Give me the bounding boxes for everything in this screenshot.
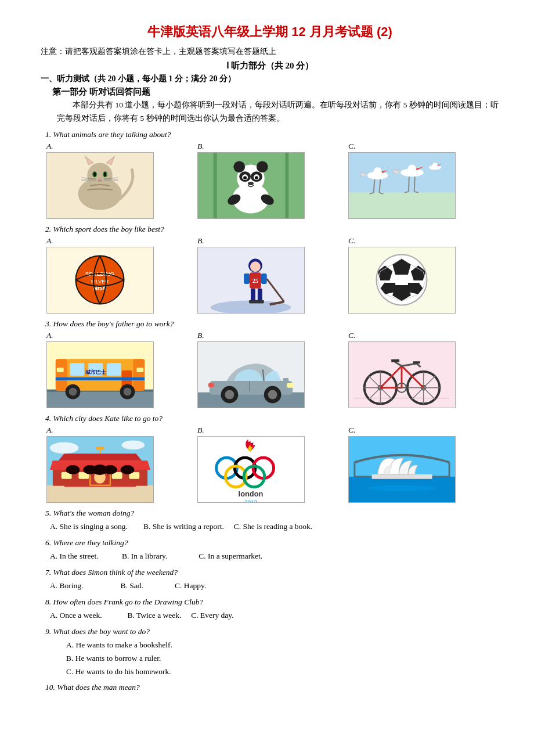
- svg-line-46: [414, 177, 415, 192]
- q2-optA-img: SPALDING SILVER NBA: [46, 247, 154, 314]
- svg-point-36: [374, 167, 382, 175]
- svg-point-10: [104, 172, 106, 177]
- question-1: 1. What animals are they talking about? …: [41, 130, 499, 219]
- svg-rect-107: [287, 383, 294, 388]
- q3-options: A.: [46, 331, 499, 408]
- question-4: 4. Which city does Kate like to go to? A…: [41, 414, 499, 503]
- q8-options: A. Once a week. B. Twice a week. C. Ever…: [50, 609, 499, 622]
- q1-optB-img: [197, 152, 305, 219]
- svg-rect-89: [107, 363, 121, 376]
- svg-point-50: [432, 163, 437, 167]
- svg-point-9: [93, 172, 96, 177]
- q2-options: A. SPALDING SILVER NBA: [46, 236, 499, 314]
- svg-point-168: [367, 485, 436, 491]
- question-8: 8. How often does Frank go to the Drawin…: [41, 597, 499, 622]
- svg-point-21: [233, 161, 245, 172]
- question-5: 5. What's the woman doing? A. She is sin…: [41, 509, 499, 534]
- svg-rect-100: [198, 393, 304, 408]
- svg-point-106: [268, 390, 277, 399]
- svg-text:london: london: [239, 489, 264, 498]
- svg-point-28: [255, 176, 258, 179]
- svg-rect-64: [244, 273, 250, 284]
- svg-rect-86: [133, 359, 145, 390]
- q1-options: A.: [46, 142, 499, 219]
- svg-rect-34: [349, 193, 455, 219]
- q3-optB-img: [197, 341, 305, 408]
- q3-optC-img: [348, 341, 456, 408]
- svg-point-156: [103, 465, 117, 474]
- question-2: 2. Which sport does the boy like best? A…: [41, 225, 499, 314]
- svg-text:2012: 2012: [244, 499, 257, 503]
- svg-point-43: [408, 164, 416, 172]
- svg-rect-139: [47, 485, 153, 503]
- svg-rect-65: [261, 273, 267, 284]
- svg-rect-70: [249, 300, 257, 304]
- question-3: 3. How does the boy's father go to work?…: [41, 319, 499, 408]
- svg-point-92: [69, 388, 77, 396]
- svg-rect-85: [56, 359, 67, 390]
- svg-point-94: [124, 388, 132, 396]
- svg-point-138: [122, 440, 145, 449]
- q2-text: 2. Which sport does the boy like best?: [45, 225, 499, 234]
- q1-optC-img: [348, 152, 456, 219]
- q4-options: A.: [46, 426, 499, 503]
- svg-rect-69: [258, 289, 262, 301]
- q8-text: 8. How often does Frank go to the Drawin…: [45, 597, 499, 607]
- q1-text: 1. What animals are they talking about?: [45, 130, 499, 139]
- q6-text: 6. Where are they talking?: [45, 538, 499, 548]
- svg-rect-97: [136, 368, 143, 372]
- section1-sub: 一、听力测试（共 20 小题，每小题 1 分；满分 20 分）: [41, 74, 499, 84]
- q2-optC-img: [348, 247, 456, 314]
- q4-optA-img: [46, 436, 154, 503]
- svg-text:城市巴士: 城市巴士: [85, 369, 106, 375]
- question-10: 10. What does the man mean?: [41, 683, 499, 692]
- question-6: 6. Where are they talking? A. In the str…: [41, 538, 499, 563]
- q2-optB-img: 25: [197, 247, 305, 314]
- part1-title: 第一部分 听对话回答问题: [52, 87, 499, 98]
- q1-optA-img: [46, 152, 154, 219]
- svg-rect-68: [251, 289, 255, 301]
- svg-point-27: [243, 176, 247, 179]
- svg-point-61: [250, 261, 261, 272]
- svg-rect-108: [208, 383, 214, 387]
- q9-options: A. He wants to make a bookshelf. B. He w…: [57, 639, 499, 679]
- q3-text: 3. How does the boy's father go to work?: [45, 319, 499, 329]
- svg-rect-71: [256, 300, 264, 304]
- svg-rect-87: [70, 363, 85, 376]
- svg-point-29: [248, 182, 254, 185]
- section1-header: Ⅰ 听力部分（共 20 分）: [41, 60, 499, 71]
- q4-optC-img: [348, 436, 456, 503]
- svg-line-45: [409, 177, 409, 192]
- svg-rect-82: [47, 391, 153, 408]
- notice-text: 注意：请把客观题答案填涂在答卡上，主观题答案填写在答题纸上: [41, 46, 499, 57]
- question-7: 7. What does Simon think of the weekend?…: [41, 568, 499, 593]
- part1-instruction: 本部分共有 10 道小题，每小题你将听到一段对话，每段对话听两遍。在听每段对话前…: [57, 99, 499, 125]
- q5-text: 5. What's the woman doing?: [45, 509, 499, 518]
- q7-text: 7. What does Simon think of the weekend?: [45, 568, 499, 577]
- svg-rect-172: [372, 474, 432, 479]
- svg-point-137: [50, 442, 78, 453]
- svg-point-157: [121, 465, 135, 474]
- q5-options: A. She is singing a song. B. She is writ…: [50, 520, 499, 534]
- q3-optA-img: 城市巴士: [46, 341, 154, 408]
- page-title: 牛津版英语八年级上学期 12 月月考试题 (2): [41, 23, 499, 41]
- svg-point-104: [225, 390, 234, 399]
- svg-text:25: 25: [252, 278, 258, 284]
- svg-point-153: [66, 465, 80, 474]
- question-9: 9. What does the boy want to do? A. He w…: [41, 627, 499, 679]
- svg-rect-110: [283, 378, 288, 381]
- svg-point-22: [257, 161, 268, 172]
- q9-text: 9. What does the boy want to do?: [45, 627, 499, 636]
- q6-options: A. In the street. B. In a library. C. In…: [50, 550, 499, 563]
- q10-text: 10. What does the man mean?: [45, 683, 499, 692]
- svg-rect-95: [56, 377, 145, 380]
- svg-rect-96: [57, 368, 64, 372]
- q7-options: A. Boring. B. Sad. C. Happy.: [50, 579, 499, 593]
- svg-marker-150: [59, 453, 142, 460]
- q4-text: 4. Which city does Kate like to go to?: [45, 414, 499, 423]
- q4-optB-img: london 2012: [197, 436, 305, 503]
- svg-rect-152: [96, 447, 104, 449]
